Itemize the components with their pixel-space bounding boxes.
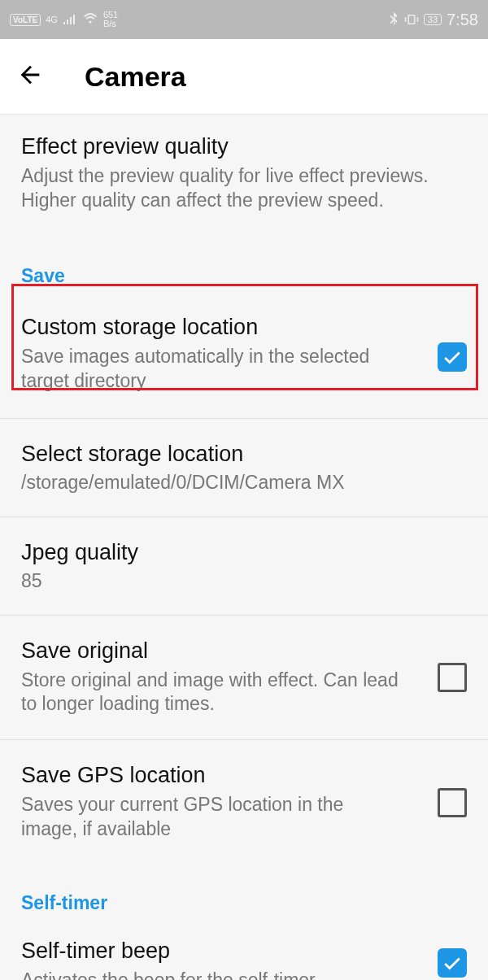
signal-icon bbox=[63, 14, 77, 25]
item-title: Self-timer beep bbox=[21, 939, 467, 964]
item-title: Select storage location bbox=[21, 442, 467, 467]
section-header-save: Save bbox=[0, 233, 488, 297]
save-original-item[interactable]: Save original Store original and image w… bbox=[0, 616, 488, 741]
signal-4g-icon: 4G bbox=[46, 15, 58, 24]
page-title: Camera bbox=[85, 61, 186, 93]
save-gps-location-item[interactable]: Save GPS location Saves your current GPS… bbox=[0, 740, 488, 865]
settings-list: Effect preview quality Adjust the previe… bbox=[0, 115, 488, 980]
effect-preview-quality-item[interactable]: Effect preview quality Adjust the previe… bbox=[0, 115, 488, 233]
item-title: Effect preview quality bbox=[21, 134, 467, 159]
app-header: Camera bbox=[0, 39, 488, 115]
custom-storage-checkbox[interactable] bbox=[438, 342, 467, 372]
status-left: VoLTE 4G 651 B/s bbox=[10, 11, 118, 28]
arrow-left-icon bbox=[16, 61, 44, 89]
status-time: 7:58 bbox=[447, 11, 478, 29]
custom-storage-location-item[interactable]: Custom storage location Save images auto… bbox=[0, 297, 488, 419]
item-title: Save GPS location bbox=[21, 763, 467, 788]
battery-icon: 33 bbox=[424, 14, 442, 25]
save-original-checkbox[interactable] bbox=[438, 663, 467, 692]
status-bar: VoLTE 4G 651 B/s 33 7:58 bbox=[0, 0, 488, 39]
item-value: /storage/emulated/0/DCIM/Camera MX bbox=[21, 472, 467, 494]
select-storage-location-item[interactable]: Select storage location /storage/emulate… bbox=[0, 419, 488, 517]
wifi-icon bbox=[82, 13, 98, 26]
back-button[interactable] bbox=[16, 61, 44, 92]
item-title: Custom storage location bbox=[21, 315, 467, 340]
self-timer-beep-checkbox[interactable] bbox=[438, 948, 467, 978]
item-desc: Save images automatically in the selecte… bbox=[21, 345, 467, 394]
item-value: 85 bbox=[21, 570, 467, 592]
section-header-self-timer: Self-timer bbox=[0, 865, 488, 924]
self-timer-beep-item[interactable]: Self-timer beep Activates the beep for t… bbox=[0, 924, 488, 980]
item-title: Jpeg quality bbox=[21, 540, 467, 565]
wifi-speed: 651 B/s bbox=[103, 11, 118, 28]
item-desc: Saves your current GPS location in the i… bbox=[21, 793, 467, 842]
check-icon bbox=[442, 952, 463, 973]
jpeg-quality-item[interactable]: Jpeg quality 85 bbox=[0, 517, 488, 616]
item-desc: Adjust the preview quality for live effe… bbox=[21, 164, 467, 213]
item-desc: Activates the beep for the self-timer bbox=[21, 969, 467, 980]
volte-icon: VoLTE bbox=[10, 14, 41, 26]
check-icon bbox=[442, 346, 463, 368]
status-right: 33 7:58 bbox=[388, 11, 478, 29]
item-desc: Store original and image with effect. Ca… bbox=[21, 669, 467, 717]
vibrate-icon bbox=[404, 12, 419, 27]
save-gps-checkbox[interactable] bbox=[438, 788, 467, 817]
item-title: Save original bbox=[21, 638, 467, 664]
bluetooth-icon bbox=[388, 12, 399, 27]
